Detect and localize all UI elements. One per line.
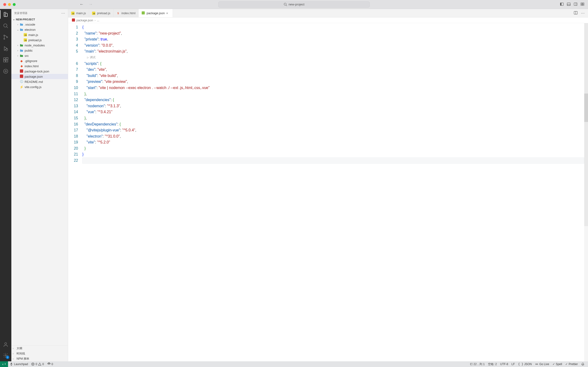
editor-tab[interactable]: 5index.html [113, 9, 139, 17]
file-item[interactable]: package-lock.json [11, 69, 68, 74]
code-line[interactable]: "scripts": { [82, 61, 584, 67]
code-line[interactable]: "@vitejs/plugin-vue": "^5.0.4", [82, 127, 584, 133]
activity-source-control[interactable] [3, 34, 9, 40]
toggle-panel-icon[interactable] [567, 2, 571, 7]
code-line[interactable]: "vue": "^3.4.21" [82, 109, 584, 115]
status-spell[interactable]: ✓Spell [551, 361, 564, 367]
code-line[interactable]: }, [82, 91, 584, 97]
scrollbar-thumb[interactable] [584, 93, 588, 122]
status-encoding[interactable]: UTF-8 [499, 361, 510, 367]
status-eol[interactable]: LF [510, 361, 516, 367]
svg-rect-26 [20, 69, 23, 73]
code-line[interactable]: "version": "0.0.0", [82, 42, 584, 49]
status-ports[interactable]: 0 [46, 361, 55, 367]
editor-tab[interactable]: JSpreload.js [89, 9, 113, 17]
code-line[interactable]: { [82, 24, 584, 30]
code-line[interactable]: } [82, 151, 584, 158]
customize-layout-icon[interactable] [581, 2, 584, 7]
status-prettier[interactable]: ✓Prettier [564, 361, 580, 367]
explorer-sidebar: 资源管理器 ⋯ ⌄ NEW-PROJECT ›.vscode⌄electronJ… [11, 9, 68, 361]
activity-run-debug[interactable] [3, 45, 9, 52]
file-icon [19, 69, 24, 73]
status-cursor-position[interactable]: 行 22，列 1 [468, 361, 487, 367]
sidebar-section[interactable]: ›NPM 脚本 [11, 356, 68, 361]
code-line[interactable] [82, 158, 584, 164]
activity-gitlens[interactable] [3, 68, 9, 74]
code-line[interactable]: "electron": "^31.0.0", [82, 133, 584, 140]
file-item[interactable]: ⚡vite.config.js [11, 84, 68, 90]
code-editor[interactable]: 12345678910111213141516171819202122 { "n… [68, 23, 588, 361]
activity-accounts[interactable] [3, 342, 9, 348]
activity-explorer[interactable] [3, 11, 9, 17]
folder-item[interactable]: ›.vscode [11, 22, 68, 27]
editor-tab[interactable]: package.json× [139, 9, 173, 17]
split-editor-icon[interactable] [574, 11, 578, 16]
file-item[interactable]: JSmain.js [11, 32, 68, 37]
svg-rect-3 [560, 3, 562, 5]
sidebar-section[interactable]: ›时间线 [11, 351, 68, 356]
codelens-debug[interactable]: ▷调试 [82, 54, 584, 61]
twisty-icon: ⌄ [16, 28, 19, 31]
status-launchpad[interactable]: Launchpad [8, 361, 30, 367]
sidebar-more-button[interactable]: ⋯ [61, 11, 65, 15]
folder-item[interactable]: ⌄electron [11, 27, 68, 32]
maximize-window-button[interactable] [13, 3, 16, 6]
editor-more-icon[interactable]: ⋯ [581, 11, 585, 15]
activity-extensions[interactable] [3, 57, 9, 63]
toggle-primary-sidebar-icon[interactable] [560, 2, 564, 7]
file-item[interactable]: ◆index.html [11, 63, 68, 69]
overview-ruler[interactable] [584, 23, 588, 361]
file-label: .vscode [24, 23, 35, 26]
code-line[interactable]: "nodemon": "^3.1.3", [82, 103, 584, 109]
editor-tabs: JSmain.jsJSpreload.js5index.htmlpackage.… [68, 9, 588, 17]
file-label: package.json [24, 75, 43, 78]
close-tab-icon[interactable]: × [166, 11, 170, 15]
activity-settings[interactable]: 1 [3, 352, 9, 359]
code-line[interactable]: "vite": "^5.2.0" [82, 139, 584, 145]
file-item[interactable]: ⓘREADME.md [11, 79, 68, 84]
twisty-icon: › [16, 49, 19, 52]
svg-rect-27 [20, 75, 23, 78]
status-golive[interactable]: Go Live [533, 361, 551, 367]
code-content[interactable]: { "name": "new-project", "private": true… [82, 23, 584, 361]
code-line[interactable]: "dependencies": { [82, 97, 584, 103]
file-icon [19, 28, 24, 31]
status-language[interactable]: { }JSON [516, 361, 534, 367]
code-line[interactable]: "devDependencies": { [82, 121, 584, 127]
svg-point-36 [48, 364, 49, 365]
file-icon [19, 43, 24, 47]
folder-item[interactable]: ›node_modules [11, 43, 68, 48]
status-problems[interactable]: 0 0 [30, 361, 45, 367]
code-line[interactable]: "name": "new-project", [82, 30, 584, 36]
code-line[interactable]: "preview": "vite preview", [82, 79, 584, 85]
code-line[interactable]: } [82, 145, 584, 151]
nav-forward-button[interactable]: → [89, 2, 93, 7]
close-window-button[interactable] [3, 3, 6, 6]
sidebar-collapsed-sections: ›大纲›时间线›NPM 脚本 [11, 345, 68, 361]
remote-indicator[interactable] [0, 361, 8, 367]
toggle-secondary-sidebar-icon[interactable] [574, 2, 577, 7]
file-item[interactable]: package.json [11, 74, 68, 79]
status-indentation[interactable]: 空格: 2 [486, 361, 498, 367]
svg-rect-19 [4, 60, 5, 62]
code-line[interactable]: "build": "vite build", [82, 73, 584, 79]
file-item[interactable]: ◆.gitignore [11, 58, 68, 63]
minimize-window-button[interactable] [8, 3, 11, 6]
code-line[interactable]: "main": "electron/main.js", [82, 48, 584, 54]
code-line[interactable]: "dev": "vite", [82, 67, 584, 73]
code-line[interactable]: }, [82, 115, 584, 121]
editor-tab[interactable]: JSmain.js [68, 9, 89, 17]
status-notifications[interactable] [580, 361, 586, 367]
breadcrumb[interactable]: package.json › ... [68, 17, 588, 23]
code-line[interactable]: "start": "vite | nodemon --exec electron… [82, 85, 584, 91]
file-item[interactable]: JSpreload.js [11, 37, 68, 43]
project-root[interactable]: ⌄ NEW-PROJECT [11, 17, 68, 22]
folder-item[interactable]: ›public [11, 48, 68, 53]
tab-label: package.json [147, 11, 165, 15]
command-center-search[interactable]: new-project [218, 1, 370, 8]
activity-search[interactable] [3, 23, 9, 29]
nav-back-button[interactable]: ← [80, 2, 84, 7]
code-line[interactable]: "private": true, [82, 36, 584, 42]
folder-item[interactable]: ›src [11, 53, 68, 58]
sidebar-section[interactable]: ›大纲 [11, 346, 68, 351]
